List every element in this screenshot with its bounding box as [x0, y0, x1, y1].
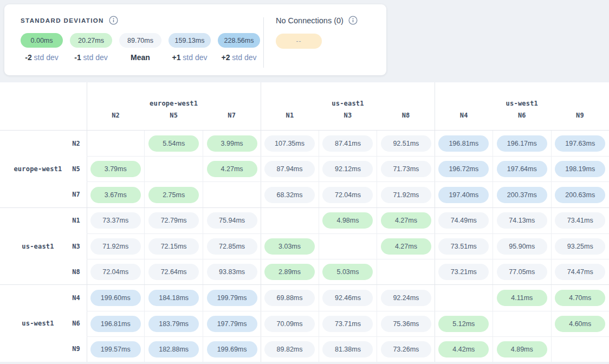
latency-cell[interactable]: 73.41ms [551, 208, 609, 233]
latency-cell[interactable]: 72.04ms [87, 259, 144, 284]
latency-cell[interactable]: 92.51ms [377, 131, 435, 156]
latency-cell[interactable]: 73.71ms [319, 311, 377, 336]
latency-cell[interactable]: 4.98ms [319, 208, 377, 233]
latency-cell[interactable]: 74.47ms [551, 259, 609, 284]
latency-cell[interactable]: 72.15ms [144, 234, 202, 259]
table-row: N25.54ms3.99ms107.35ms87.41ms92.51ms196.… [0, 131, 609, 156]
latency-pill: 77.05ms [497, 264, 547, 280]
latency-cell[interactable]: 87.94ms [261, 157, 318, 181]
latency-cell[interactable]: 92.12ms [319, 157, 377, 181]
latency-cell[interactable]: 184.18ms [144, 285, 202, 310]
latency-pill: 197.63ms [555, 135, 605, 152]
latency-cell[interactable]: 4.27ms [377, 208, 435, 233]
latency-pill: 5.12ms [438, 316, 489, 332]
legend-card: STANDARD DEVIATION 0.00ms-2 std dev20.27… [4, 4, 386, 75]
latency-cell[interactable]: 81.38ms [319, 337, 377, 362]
latency-cell[interactable]: 197.63ms [551, 131, 609, 156]
latency-cell[interactable]: 73.26ms [377, 337, 435, 362]
latency-cell[interactable]: 92.46ms [319, 285, 377, 310]
latency-cell[interactable]: 196.81ms [435, 131, 493, 156]
matrix-column-groups: europe-west1N2N5N7us-east1N1N3N8us-west1… [87, 82, 609, 130]
latency-cell[interactable]: 5.54ms [144, 131, 202, 156]
latency-cell[interactable]: 93.25ms [551, 234, 609, 259]
latency-cell[interactable]: 199.57ms [87, 337, 144, 362]
latency-cell[interactable]: 89.82ms [261, 337, 318, 362]
latency-cell[interactable]: 3.79ms [87, 157, 144, 181]
info-icon[interactable] [348, 16, 358, 25]
latency-pill: 5.03ms [322, 264, 373, 280]
row-group-us-west1: us-west1N4199.60ms184.18ms199.79ms69.88m… [0, 284, 609, 362]
latency-cell[interactable]: 72.85ms [203, 234, 261, 259]
latency-cell[interactable]: 95.90ms [493, 234, 550, 259]
column-node-label: N1 [261, 112, 319, 130]
latency-pill: 4.42ms [438, 341, 489, 358]
legend-stop: 228.56ms+2 std dev [218, 33, 260, 62]
latency-pill: 87.94ms [264, 161, 315, 177]
latency-cell[interactable]: 73.37ms [87, 208, 144, 233]
latency-cell[interactable]: 71.92ms [377, 182, 435, 207]
latency-cell[interactable]: 5.03ms [319, 259, 377, 284]
info-icon[interactable] [109, 16, 118, 25]
latency-cell[interactable]: 73.21ms [435, 259, 493, 284]
latency-cell[interactable]: 73.51ms [435, 234, 493, 259]
latency-cell[interactable]: 199.79ms [203, 285, 261, 310]
latency-cell[interactable]: 199.60ms [87, 285, 144, 310]
latency-cell[interactable]: 196.72ms [435, 157, 493, 181]
latency-cell[interactable]: 4.70ms [551, 285, 609, 310]
latency-cell[interactable]: 68.32ms [261, 182, 318, 207]
latency-cell[interactable]: 74.13ms [493, 208, 550, 233]
latency-cell[interactable]: 196.17ms [493, 131, 550, 156]
latency-cell[interactable]: 4.27ms [377, 234, 435, 259]
row-cells: 73.37ms72.79ms75.94ms4.98ms4.27ms74.49ms… [87, 208, 609, 233]
no-connections-label: No Connections (0) [276, 16, 344, 25]
latency-cell[interactable]: 4.42ms [435, 337, 493, 362]
column-node-label: N5 [145, 112, 203, 130]
latency-cell[interactable]: 197.79ms [203, 311, 261, 336]
latency-pill: 69.88ms [264, 290, 315, 306]
latency-cell[interactable]: 72.79ms [144, 208, 202, 233]
latency-cell[interactable]: 75.36ms [377, 311, 435, 336]
latency-cell[interactable]: 71.92ms [87, 234, 144, 259]
latency-cell[interactable]: 71.73ms [377, 157, 435, 181]
latency-pill: 4.27ms [381, 212, 431, 229]
latency-cell[interactable]: 74.49ms [435, 208, 493, 233]
row-cells: 5.54ms3.99ms107.35ms87.41ms92.51ms196.81… [87, 131, 609, 156]
latency-cell[interactable]: 196.81ms [87, 311, 144, 336]
column-node-label: N9 [551, 112, 609, 130]
latency-cell[interactable]: 92.24ms [377, 285, 435, 310]
latency-cell[interactable]: 72.04ms [319, 182, 377, 207]
latency-cell[interactable]: 4.11ms [493, 285, 550, 310]
latency-cell[interactable]: 198.19ms [551, 157, 609, 181]
column-node-label: N4 [435, 112, 493, 130]
latency-cell[interactable]: 5.12ms [435, 311, 493, 336]
latency-cell[interactable]: 197.64ms [493, 157, 550, 181]
latency-cell[interactable]: 182.88ms [144, 337, 202, 362]
latency-cell[interactable]: 4.27ms [203, 157, 261, 181]
latency-cell[interactable]: 3.99ms [203, 131, 261, 156]
latency-pill: 197.64ms [497, 161, 547, 177]
row-cells: 199.57ms182.88ms199.69ms89.82ms81.38ms73… [87, 336, 609, 362]
latency-cell[interactable]: 3.03ms [261, 234, 318, 259]
latency-cell[interactable]: 183.79ms [144, 311, 202, 336]
latency-cell[interactable]: 2.89ms [261, 259, 318, 284]
latency-cell[interactable]: 200.63ms [551, 182, 609, 207]
latency-cell[interactable]: 197.40ms [435, 182, 493, 207]
latency-cell[interactable]: 93.83ms [203, 259, 261, 284]
latency-cell[interactable]: 87.41ms [319, 131, 377, 156]
latency-pill: 107.35ms [264, 135, 315, 152]
latency-cell[interactable]: 69.88ms [261, 285, 318, 310]
latency-cell[interactable]: 3.67ms [87, 182, 144, 207]
latency-cell[interactable]: 70.09ms [261, 311, 318, 336]
latency-cell[interactable]: 2.75ms [144, 182, 202, 207]
matrix-header: europe-west1N2N5N7us-east1N1N3N8us-west1… [0, 82, 609, 130]
latency-pill: 73.51ms [438, 238, 489, 255]
latency-cell[interactable]: 4.89ms [493, 337, 550, 362]
latency-cell[interactable]: 200.37ms [493, 182, 550, 207]
latency-cell[interactable]: 4.60ms [551, 311, 609, 336]
latency-cell[interactable]: 199.69ms [203, 337, 261, 362]
latency-cell[interactable]: 75.94ms [203, 208, 261, 233]
latency-cell[interactable]: 77.05ms [493, 259, 550, 284]
latency-cell[interactable]: 107.35ms [261, 131, 318, 156]
legend-stop-pill: 159.13ms [169, 33, 211, 48]
latency-cell[interactable]: 72.64ms [144, 259, 202, 284]
